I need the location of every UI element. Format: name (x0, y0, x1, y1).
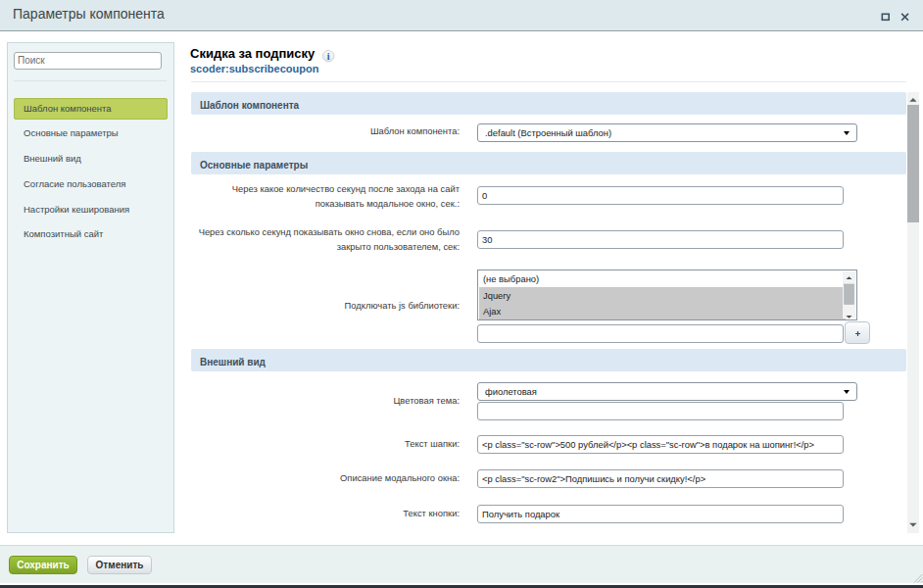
svg-text:i: i (327, 51, 330, 62)
